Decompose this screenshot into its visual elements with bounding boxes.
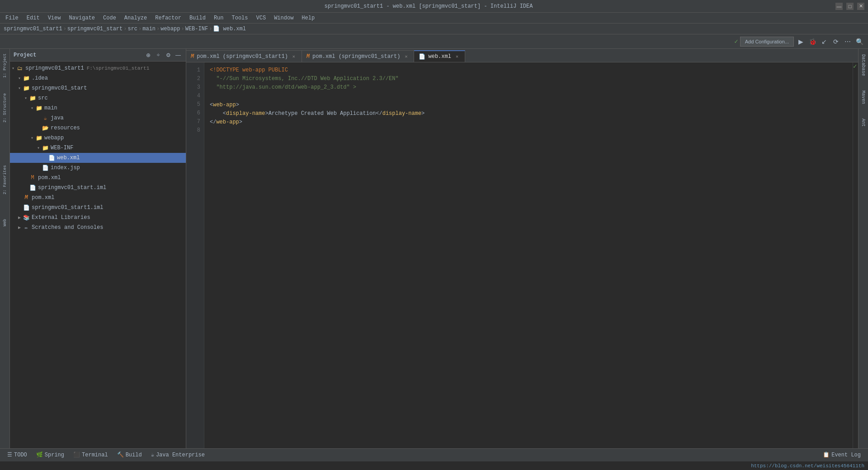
tab-close-button[interactable]: ✕ <box>454 53 460 60</box>
tree-sublabel: F:\springmvc01_start1 <box>87 66 150 71</box>
toolbar-icon-2[interactable]: ⟳ <box>831 37 841 47</box>
build-icon: 🔨 <box>117 451 124 458</box>
code-content[interactable]: <!DOCTYPE web-app PUBLIC "-//Sun Microsy… <box>204 62 853 448</box>
sidebar-label-project[interactable]: 1: Project <box>2 51 8 81</box>
tree-item-iml2[interactable]: 📄 springmvc01_start1.iml <box>10 203 186 213</box>
main-area: 1: Project 2: Structure 2: Favorites Web… <box>0 49 868 448</box>
menu-item-run[interactable]: Run <box>210 14 227 22</box>
resources-icon: 📂 <box>42 124 49 132</box>
menu-item-view[interactable]: View <box>44 14 65 22</box>
breadcrumb-webxml[interactable]: 📄 web.xml <box>213 25 246 32</box>
tab-webxml[interactable]: 📄 web.xml ✕ <box>414 50 465 62</box>
window-title: springmvc01_start1 - web.xml [springmvc0… <box>325 3 533 9</box>
tree-label: main <box>44 105 57 111</box>
breadcrumb-item[interactable]: main <box>142 26 156 32</box>
window-controls[interactable]: — □ ✕ <box>835 3 864 10</box>
pom-icon: M <box>29 174 36 181</box>
menu-item-vcs[interactable]: VCS <box>253 14 270 22</box>
menu-bar: FileEditViewNavigateCodeAnalyzeRefactorB… <box>0 13 868 24</box>
arrow-icon: ▾ <box>29 105 35 111</box>
terminal-label: Terminal <box>82 452 108 458</box>
event-log-icon: 📋 <box>823 451 830 458</box>
arrow-icon: ▾ <box>16 85 23 91</box>
menu-item-analyze[interactable]: Analyze <box>121 14 151 22</box>
menu-item-refactor[interactable]: Refactor <box>151 14 185 22</box>
sidebar-ant-label[interactable]: Ant <box>860 117 867 128</box>
tree-item-idea[interactable]: ▾ 📁 .idea <box>10 73 186 83</box>
tree-item-scratches[interactable]: ▶ ✏ Scratches and Consoles <box>10 223 186 233</box>
debug-button[interactable]: 🐞 <box>807 37 817 47</box>
tree-label: index.jsp <box>51 165 80 171</box>
menu-item-edit[interactable]: Edit <box>23 14 43 22</box>
sidebar-label-favorites[interactable]: 2: Favorites <box>2 162 8 197</box>
tree-item-extlibs[interactable]: ▶ 📚 External Libraries <box>10 213 186 223</box>
panel-gear-button[interactable]: ⚙ <box>164 51 172 59</box>
arrow-icon: ▶ <box>16 215 23 220</box>
sidebar-maven-label[interactable]: Maven <box>860 89 867 106</box>
menu-item-window[interactable]: Window <box>270 14 297 22</box>
iml-icon: 📄 <box>23 204 30 211</box>
run-button[interactable]: ▶ <box>796 37 806 47</box>
tree-item-main[interactable]: ▾ 📁 main <box>10 103 186 113</box>
java-enterprise-button[interactable]: ☕ Java Enterprise <box>147 450 208 460</box>
tab-pom2[interactable]: M pom.xml (springmvc01_start) ✕ <box>302 50 415 62</box>
maximize-button[interactable]: □ <box>846 3 854 10</box>
tree-item-iml1[interactable]: 📄 springmvc01_start.iml <box>10 183 186 193</box>
minimize-button[interactable]: — <box>835 3 843 10</box>
sidebar-label-structure[interactable]: 2: Structure <box>2 90 8 125</box>
url-bar: https://blog.csdn.net/weisites456411th <box>0 461 868 470</box>
iml-icon: 📄 <box>29 184 36 191</box>
tree-item-webapp[interactable]: ▾ 📁 webapp <box>10 133 186 143</box>
menu-item-navigate[interactable]: Navigate <box>65 14 99 22</box>
menu-item-code[interactable]: Code <box>99 14 120 22</box>
tree-label: springmvc01_start <box>32 85 87 91</box>
spring-button[interactable]: 🌿 Spring <box>33 450 68 460</box>
breadcrumb-item[interactable]: springmvc01_start1 <box>4 26 62 32</box>
menu-item-build[interactable]: Build <box>186 14 209 22</box>
tree-item-mod[interactable]: ▾ 📁 springmvc01_start <box>10 83 186 93</box>
terminal-button[interactable]: ⬛ Terminal <box>70 450 112 460</box>
tree-item-webxml[interactable]: 📄 web.xml <box>10 153 186 163</box>
build-label: Build <box>126 452 142 458</box>
folder-icon: 📁 <box>35 104 42 112</box>
toolbar-icon-1[interactable]: ↙ <box>819 37 829 47</box>
find-button[interactable]: 🔍 <box>854 37 864 47</box>
panel-minimize-button[interactable]: — <box>174 51 182 59</box>
tab-close-button[interactable]: ✕ <box>291 53 297 60</box>
panel-title: Project <box>14 52 36 58</box>
menu-item-file[interactable]: File <box>2 14 22 22</box>
sidebar-database-label[interactable]: Database <box>860 52 867 78</box>
editor-gutter: ✓ <box>853 62 858 448</box>
menu-item-tools[interactable]: Tools <box>228 14 252 22</box>
toolbar-icon-3[interactable]: ⋯ <box>843 37 853 47</box>
event-log-button[interactable]: 📋 Event Log <box>819 450 864 460</box>
sidebar-label-web[interactable]: Web <box>2 216 8 229</box>
tree-item-root[interactable]: ▾ 🗂 springmvc01_start1 F:\springmvc01_st… <box>10 63 186 73</box>
tab-icon: M <box>307 53 310 60</box>
bottom-toolbar: ☰ TODO 🌿 Spring ⬛ Terminal 🔨 Build ☕ Jav… <box>0 448 868 461</box>
todo-button[interactable]: ☰ TODO <box>4 450 31 460</box>
build-button[interactable]: 🔨 Build <box>113 450 146 460</box>
tree-item-java[interactable]: ☕ java <box>10 113 186 123</box>
add-configuration-button[interactable]: Add Configuration... <box>740 37 794 47</box>
tree-item-indexjsp[interactable]: 📄 index.jsp <box>10 163 186 173</box>
tree-item-pom1[interactable]: M pom.xml <box>10 173 186 183</box>
tree-label: springmvc01_start1 <box>25 65 84 71</box>
tab-close-button[interactable]: ✕ <box>403 53 409 60</box>
panel-add-button[interactable]: ⊕ <box>144 51 152 59</box>
tab-pom1[interactable]: M pom.xml (springmvc01_start1) ✕ <box>186 50 302 62</box>
tree-item-pom2[interactable]: M pom.xml <box>10 193 186 203</box>
menu-item-help[interactable]: Help <box>298 14 318 22</box>
file-tree: ▾ 🗂 springmvc01_start1 F:\springmvc01_st… <box>10 62 186 448</box>
tree-label: src <box>38 95 48 101</box>
breadcrumb-item[interactable]: src <box>127 26 137 32</box>
tree-item-src[interactable]: ▾ 📁 src <box>10 93 186 103</box>
breadcrumb-item[interactable]: springmvc01_start <box>67 26 123 32</box>
code-editor[interactable]: 1 2 3 4 5 6 7 8 <!DOCTYPE web-app PUBLIC… <box>186 62 858 448</box>
panel-settings-button[interactable]: ÷ <box>154 51 162 59</box>
tree-item-resources[interactable]: 📂 resources <box>10 123 186 133</box>
breadcrumb-item[interactable]: WEB-INF <box>185 26 208 32</box>
close-button[interactable]: ✕ <box>857 3 864 10</box>
breadcrumb-item[interactable]: webapp <box>160 26 180 32</box>
tree-item-webinf[interactable]: ▾ 📁 WEB-INF <box>10 143 186 153</box>
